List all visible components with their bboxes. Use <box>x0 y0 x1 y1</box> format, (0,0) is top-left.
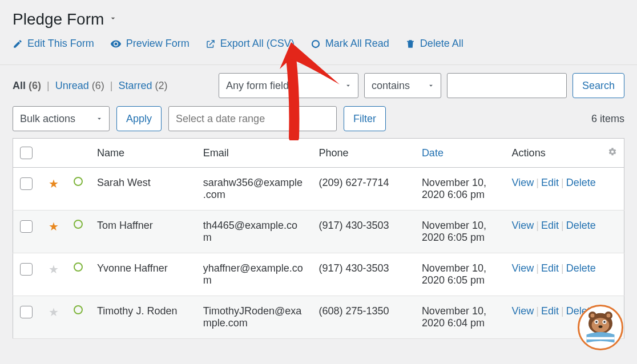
svg-point-10 <box>595 321 598 323</box>
row-checkbox[interactable] <box>20 306 33 318</box>
cell-email: yhaffner@example.com <box>196 253 312 296</box>
page-title: Pledge Form <box>13 10 104 29</box>
cell-email: TimothyJRoden@example.com <box>196 296 312 339</box>
row-checkbox[interactable] <box>20 177 33 190</box>
mark-all-read-label: Mark All Read <box>325 38 389 50</box>
operator-select[interactable]: contains <box>364 73 441 98</box>
filter-all-link[interactable]: All (6) <box>13 80 41 92</box>
svg-point-6 <box>591 314 595 318</box>
table-row: ★ Sarah West sarahw356@example.com (209)… <box>13 168 624 211</box>
title-row: Pledge Form <box>13 10 624 29</box>
cell-phone: (209) 627-7714 <box>312 168 415 211</box>
items-count: 6 items <box>591 113 624 125</box>
view-link[interactable]: View <box>512 220 534 231</box>
edit-form-link[interactable]: Edit This Form <box>13 38 94 50</box>
filter-button[interactable]: Filter <box>344 106 386 131</box>
mark-all-read-link[interactable]: Mark All Read <box>311 38 389 50</box>
delete-all-label: Delete All <box>420 38 463 50</box>
edit-link[interactable]: Edit <box>541 220 559 231</box>
cell-phone: (917) 430-3503 <box>312 253 415 296</box>
view-link[interactable]: View <box>512 262 534 274</box>
table-row: ★ Tom Haffner th4465@example.com (917) 4… <box>13 211 624 253</box>
col-name[interactable]: Name <box>90 139 196 168</box>
table-row: ★ Timothy J. Roden TimothyJRoden@example… <box>13 296 624 339</box>
cell-phone: (917) 430-3503 <box>312 211 415 253</box>
export-csv-link[interactable]: Export All (CSV) <box>205 38 295 50</box>
edit-link[interactable]: Edit <box>541 262 559 274</box>
star-icon[interactable]: ★ <box>49 177 59 190</box>
circle-icon <box>311 39 321 49</box>
col-date[interactable]: Date <box>415 139 505 168</box>
trash-icon <box>405 39 416 49</box>
cell-email: sarahw356@example.com <box>196 168 312 211</box>
cell-actions: View|Edit|Delete <box>505 211 624 253</box>
header-actions: Edit This Form Preview Form Export All (… <box>13 38 624 50</box>
select-all-checkbox[interactable] <box>20 147 33 159</box>
help-mascot-button[interactable] <box>578 305 623 350</box>
export-csv-label: Export All (CSV) <box>220 38 295 50</box>
table-row: ★ Yvonne Haffner yhaffner@example.com (9… <box>13 253 624 296</box>
filter-starred-link[interactable]: Starred (2) <box>118 80 167 92</box>
star-icon[interactable]: ★ <box>49 220 59 233</box>
star-icon[interactable]: ★ <box>49 263 59 276</box>
read-indicator[interactable] <box>74 177 83 186</box>
bulk-actions-select[interactable]: Bulk actions <box>13 106 110 131</box>
edit-link[interactable]: Edit <box>541 305 559 317</box>
cell-phone: (608) 275-1350 <box>312 296 415 339</box>
delete-link[interactable]: Delete <box>566 177 596 188</box>
col-phone[interactable]: Phone <box>312 139 415 168</box>
delete-link[interactable]: Delete <box>566 220 596 231</box>
export-icon <box>205 39 216 49</box>
read-indicator[interactable] <box>74 262 83 272</box>
search-button[interactable]: Search <box>573 73 624 98</box>
read-indicator[interactable] <box>74 305 83 314</box>
cell-name: Yvonne Haffner <box>90 253 196 296</box>
svg-point-0 <box>312 41 319 47</box>
col-actions: Actions <box>505 139 601 168</box>
svg-point-3 <box>592 318 610 332</box>
cell-date: November 10, 2020 6:04 pm <box>415 296 505 339</box>
cell-date: November 10, 2020 6:05 pm <box>415 211 505 253</box>
filter-row: All (6) | Unread (6) | Starred (2) Any f… <box>0 65 637 98</box>
gear-icon[interactable] <box>601 139 624 168</box>
filter-subsub: All (6) | Unread (6) | Starred (2) <box>13 80 168 92</box>
search-group: Any form field contains Search <box>219 73 624 98</box>
delete-link[interactable]: Delete <box>566 262 596 274</box>
bulk-row: Bulk actions Apply Filter 6 items <box>0 98 637 138</box>
star-icon[interactable]: ★ <box>49 306 59 318</box>
search-input[interactable] <box>447 73 567 98</box>
svg-point-12 <box>599 325 603 328</box>
preview-form-link[interactable]: Preview Form <box>110 38 190 50</box>
cell-actions: View|Edit|Delete <box>505 168 624 211</box>
entries-table: Name Email Phone Date Actions ★ Sarah We… <box>13 138 624 339</box>
cell-email: th4465@example.com <box>196 211 312 253</box>
view-link[interactable]: View <box>512 177 534 188</box>
chevron-down-icon[interactable] <box>108 14 118 26</box>
apply-button[interactable]: Apply <box>116 106 162 131</box>
view-link[interactable]: View <box>512 305 534 317</box>
date-range-input[interactable] <box>168 106 337 131</box>
col-email[interactable]: Email <box>196 139 312 168</box>
filter-unread-link[interactable]: Unread (6) <box>55 80 104 92</box>
cell-date: November 10, 2020 6:06 pm <box>415 168 505 211</box>
cell-name: Timothy J. Roden <box>90 296 196 339</box>
cell-date: November 10, 2020 6:05 pm <box>415 253 505 296</box>
cell-name: Sarah West <box>90 168 196 211</box>
cell-name: Tom Haffner <box>90 211 196 253</box>
pencil-icon <box>13 39 23 49</box>
eye-icon <box>110 38 122 50</box>
cell-actions: View|Edit|Delete <box>505 253 624 296</box>
read-indicator[interactable] <box>74 220 83 229</box>
edit-form-label: Edit This Form <box>27 38 94 50</box>
table-wrap: Name Email Phone Date Actions ★ Sarah We… <box>0 138 637 351</box>
page-header: Pledge Form Edit This Form Preview Form … <box>0 0 637 56</box>
preview-form-label: Preview Form <box>126 38 190 50</box>
svg-point-7 <box>607 314 611 318</box>
delete-all-link[interactable]: Delete All <box>405 38 463 50</box>
edit-link[interactable]: Edit <box>541 177 559 188</box>
field-select[interactable]: Any form field <box>219 73 358 98</box>
row-checkbox[interactable] <box>20 220 33 233</box>
row-checkbox[interactable] <box>20 263 33 276</box>
svg-point-11 <box>603 321 606 323</box>
